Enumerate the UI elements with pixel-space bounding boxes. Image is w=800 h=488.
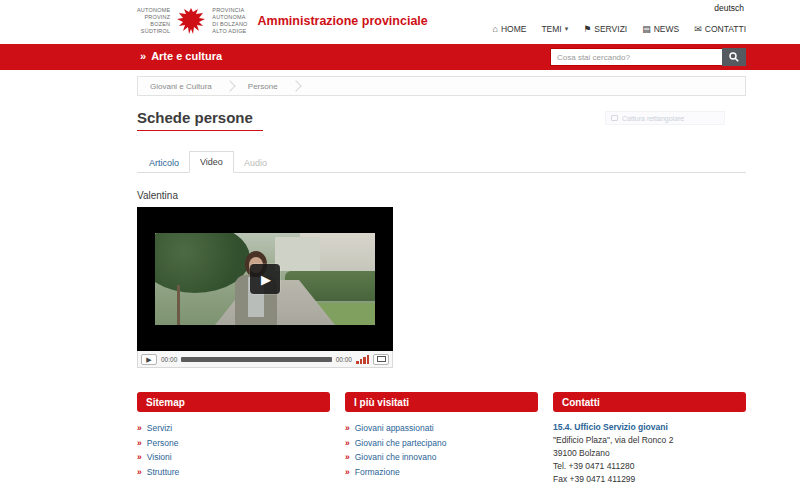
page-title: Schede persone	[137, 109, 263, 131]
nav-temi[interactable]: TEMI ▾	[541, 24, 568, 34]
footer-heading-most-visited: I più visitati	[345, 392, 538, 412]
duration: 00:00	[336, 356, 352, 363]
home-icon: ⌂	[492, 24, 497, 34]
arrow-icon: »	[137, 450, 142, 465]
footer: Sitemap » Servizi » Persone » Visioni » …	[137, 392, 746, 488]
progress-bar[interactable]	[181, 357, 331, 362]
site-title: Amministrazione provinciale	[258, 14, 428, 28]
contact-address: "Edificio Plaza", via del Ronco 2	[553, 434, 746, 447]
nav-contatti[interactable]: ✉ CONTATTI	[694, 24, 746, 34]
section-title[interactable]: »Arte e cultura	[140, 50, 222, 62]
mail-icon: ✉	[694, 24, 702, 34]
snip-overlay-ghost: Cattura rettangolare	[605, 111, 725, 125]
eagle-icon	[176, 5, 206, 37]
footer-column-most-visited: I più visitati » Giovani appassionati » …	[345, 392, 538, 488]
search-button[interactable]	[722, 48, 746, 66]
arrow-icon: »	[137, 421, 142, 436]
video-screen[interactable]: ▶	[137, 207, 393, 351]
tab-articolo[interactable]: Articolo	[139, 153, 189, 173]
breadcrumb-item-persone[interactable]: Persone	[236, 82, 290, 91]
contact-phone: Tel. +39 0471 411280	[553, 460, 746, 473]
arrow-icon: »	[345, 450, 350, 465]
chevron-right-icon	[290, 80, 301, 91]
volume-icon[interactable]	[356, 355, 369, 364]
logo-text-german: AUTONOME PROVINZ BOZEN SÜDTIROL	[137, 7, 170, 35]
footer-link-giovani-innovano[interactable]: » Giovani che innovano	[345, 450, 538, 465]
arrow-icon: »	[137, 436, 142, 451]
title-row: Schede persone Cattura rettangolare	[137, 109, 746, 135]
fullscreen-icon	[377, 356, 386, 362]
footer-column-contacts: Contatti 15.4. Ufficio Servizio giovani …	[553, 392, 746, 488]
footer-column-sitemap: Sitemap » Servizi » Persone » Visioni » …	[137, 392, 330, 488]
nav-servizi[interactable]: ⚑ SERVIZI	[583, 24, 627, 34]
province-logo[interactable]: AUTONOME PROVINZ BOZEN SÜDTIROL PROVINCI…	[137, 5, 428, 37]
contact-fax: Fax +39 0471 411299	[553, 473, 746, 486]
search-icon	[729, 52, 739, 62]
contact-office-link[interactable]: 15.4. Ufficio Servizio giovani	[553, 421, 746, 434]
tab-audio[interactable]: Audio	[234, 153, 277, 173]
arrow-icon: »	[345, 465, 350, 480]
top-header: AUTONOME PROVINZ BOZEN SÜDTIROL PROVINCI…	[0, 0, 800, 44]
footer-link-giovani-partecipano[interactable]: » Giovani che partecipano	[345, 436, 538, 451]
tab-bar: Articolo Video Audio	[137, 151, 746, 173]
fullscreen-button[interactable]	[373, 354, 389, 365]
breadcrumb: Giovani e Cultura Persone	[137, 76, 746, 96]
news-icon: ▤	[642, 24, 651, 34]
footer-link-visioni[interactable]: » Visioni	[137, 450, 330, 465]
chevron-down-icon: ▾	[565, 25, 569, 33]
main-navigation: ⌂ HOME TEMI ▾ ⚑ SERVIZI ▤ NEWS ✉ CONTATT…	[492, 24, 746, 34]
video-title: Valentina	[137, 190, 746, 201]
search-box	[550, 48, 746, 66]
nav-news[interactable]: ▤ NEWS	[642, 24, 679, 34]
arrow-icon: »	[345, 421, 350, 436]
play-icon: ▶	[261, 273, 271, 286]
footer-link-servizi[interactable]: » Servizi	[137, 421, 330, 436]
footer-link-strutture[interactable]: » Strutture	[137, 465, 330, 480]
video-controls: ▶ 00:00 00:00	[137, 351, 393, 368]
search-input[interactable]	[550, 48, 722, 66]
section-banner: »Arte e cultura	[0, 44, 800, 70]
video-player: ▶ ▶ 00:00 00:00	[137, 207, 393, 368]
footer-heading-sitemap: Sitemap	[137, 392, 330, 412]
scene-pole	[177, 285, 180, 325]
logo-text-italian: PROVINCIA AUTONOMA DI BOLZANO ALTO ADIGE	[212, 7, 247, 35]
play-icon: ▶	[146, 356, 151, 363]
current-time: 00:00	[161, 356, 177, 363]
bookmark-icon: ⚑	[583, 24, 591, 34]
play-overlay-button[interactable]: ▶	[250, 264, 280, 294]
arrow-marker: »	[140, 50, 146, 62]
contact-city: 39100 Bolzano	[553, 447, 746, 460]
chevron-right-icon	[224, 80, 235, 91]
footer-link-giovani-appassionati[interactable]: » Giovani appassionati	[345, 421, 538, 436]
tab-video[interactable]: Video	[189, 151, 234, 173]
footer-link-formazione[interactable]: » Formazione	[345, 465, 538, 480]
arrow-icon: »	[137, 465, 142, 480]
arrow-icon: »	[345, 436, 350, 451]
footer-heading-contacts: Contatti	[553, 392, 746, 412]
language-switch-deutsch[interactable]: deutsch	[714, 3, 744, 13]
play-button[interactable]: ▶	[141, 354, 157, 365]
nav-home[interactable]: ⌂ HOME	[492, 24, 526, 34]
scene-building-2	[275, 237, 320, 271]
content-shell: Giovani e Cultura Persone Schede persone…	[137, 76, 746, 488]
breadcrumb-item-giovani[interactable]: Giovani e Cultura	[138, 82, 224, 91]
footer-link-persone[interactable]: » Persone	[137, 436, 330, 451]
snip-mode-icon	[611, 115, 618, 121]
